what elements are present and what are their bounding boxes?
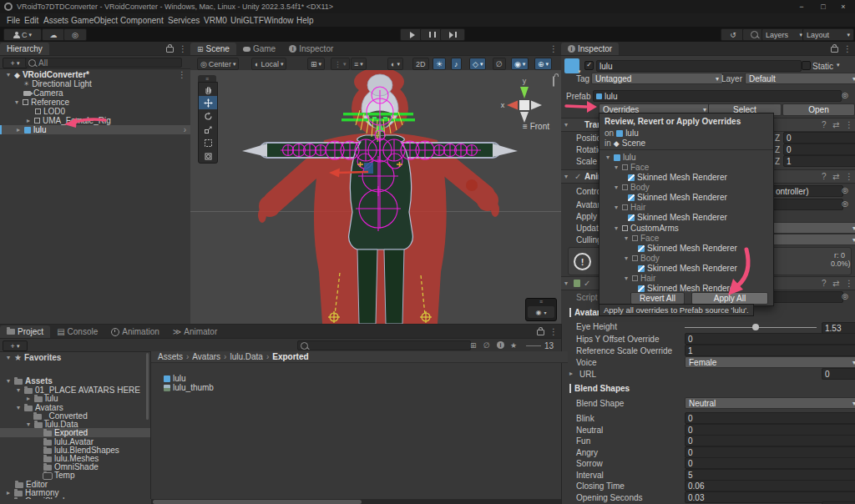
menu-edit[interactable]: Edit — [24, 16, 38, 25]
search-type-icon[interactable]: ⊞ — [470, 341, 477, 350]
menu-vrm0[interactable]: VRM0 — [204, 16, 227, 25]
asset-item-lulu[interactable]: lulu — [164, 374, 331, 383]
pivot-mode-dropdown[interactable]: ◎Center▾ — [197, 58, 239, 70]
chevron-down-icon[interactable]: ▾ — [564, 173, 568, 180]
preset-icon[interactable]: ⇄ — [832, 279, 839, 288]
controller-picker-icon[interactable]: ◎ — [842, 186, 848, 194]
ref-scale-field[interactable]: 1 — [685, 345, 855, 356]
chevron-right-icon[interactable]: ▸ — [5, 489, 12, 496]
chevron-down-icon[interactable]: ▾ — [5, 377, 12, 385]
hierarchy-row-scene[interactable]: ▾ ◆ VRoidConverter* ⋮ — [0, 70, 190, 79]
blink-field[interactable]: 0 — [685, 412, 855, 424]
kebab-menu-icon[interactable]: ⋮ — [179, 44, 187, 53]
prefab-picker-icon[interactable]: ◎ — [842, 91, 848, 99]
layers-dropdown[interactable]: Layers ▾ — [761, 28, 807, 41]
target-button[interactable]: ◎ — [63, 28, 87, 41]
breadcrumb-exported[interactable]: Exported — [272, 352, 308, 361]
neutral-field[interactable]: 0 — [685, 424, 855, 436]
tab-animator[interactable]: ≫Animator — [166, 325, 224, 338]
transform-tool[interactable] — [199, 149, 217, 163]
layout-dropdown[interactable]: Layout ▾ — [802, 28, 854, 41]
tab-console[interactable]: ▤Console — [50, 325, 104, 338]
hidden-count-icon[interactable]: i — [497, 341, 504, 349]
hand-tool[interactable] — [199, 83, 217, 96]
override-row[interactable]: ▾CustomArms — [600, 224, 773, 233]
orientation-dropdown[interactable]: ◐Local▾ — [251, 58, 286, 70]
camera-dropdown[interactable]: ◉▾ — [511, 58, 529, 70]
menu-gameobject[interactable]: GameObject — [71, 16, 118, 25]
menu-assets[interactable]: Assets — [43, 16, 68, 25]
project-tree-row[interactable]: Temp — [0, 471, 150, 480]
hierarchy-row[interactable]: ▸ UMA_Female_Rig — [0, 116, 190, 125]
help-icon[interactable]: ? — [822, 120, 827, 129]
visibility-toggle[interactable]: ∅ — [493, 58, 506, 70]
tab-inspector-docked[interactable]: iInspector — [282, 43, 340, 55]
override-row[interactable]: ▾Hair — [600, 274, 773, 283]
tab-inspector[interactable]: iInspector — [561, 43, 619, 55]
preset-icon[interactable]: ⇄ — [832, 172, 839, 181]
tree-scrollbar[interactable] — [146, 353, 149, 420]
chevron-right-icon[interactable]: ▸ — [25, 117, 32, 124]
hierarchy-row[interactable]: Camera — [0, 88, 190, 98]
menu-services[interactable]: Services — [168, 16, 200, 25]
hierarchy-row[interactable]: ☀ Directional Light — [0, 79, 190, 88]
move-tool-selected[interactable] — [199, 96, 217, 109]
cloud-button[interactable]: ☁ — [42, 28, 65, 41]
tab-game[interactable]: Game — [236, 43, 282, 55]
kebab-menu-icon[interactable]: ⋮ — [845, 172, 853, 181]
kebab-menu-icon[interactable]: ⋮ — [845, 120, 853, 129]
project-tree-row-selected[interactable]: Exported — [0, 428, 150, 437]
avatar-picker-icon[interactable]: ◎ — [842, 199, 848, 208]
favorites-row[interactable]: ▾ ★ Favorites — [0, 353, 150, 362]
project-tree-row[interactable]: ▸ lulu — [0, 394, 150, 403]
static-chevron-icon[interactable]: ▾ — [837, 62, 840, 68]
chevron-right-icon[interactable]: ▸ — [25, 395, 32, 402]
override-row[interactable]: Skinned Mesh Renderer — [600, 264, 773, 273]
override-row[interactable]: Skinned Mesh Renderer — [600, 193, 773, 202]
url-foldout-icon[interactable]: ▸ — [569, 370, 573, 377]
project-search-input[interactable] — [297, 340, 471, 350]
chevron-right-icon[interactable]: ▸ — [5, 497, 12, 499]
scale-tool[interactable] — [199, 123, 217, 136]
fun-field[interactable]: 0 — [685, 435, 855, 446]
menu-file[interactable]: File — [7, 16, 20, 25]
url-value-field[interactable]: 0 — [822, 368, 855, 380]
interval-field[interactable]: 5 — [685, 469, 855, 481]
row-chevron-icon[interactable]: › — [184, 125, 190, 134]
script-picker-icon[interactable]: ◎ — [842, 292, 848, 300]
chevron-down-icon[interactable]: ▾ — [564, 280, 568, 287]
tab-project[interactable]: Project — [0, 325, 50, 338]
override-row[interactable]: Skinned Mesh Renderer — [600, 173, 773, 182]
tag-dropdown[interactable]: Untagged▾ — [591, 73, 723, 84]
account-button[interactable]: C ▾ — [3, 28, 42, 41]
kebab-menu-icon[interactable]: ⋮ — [549, 327, 558, 336]
minimize-button[interactable]: − — [792, 0, 812, 13]
horizontal-scrollbar[interactable] — [151, 499, 561, 504]
prefab-field[interactable]: lulu — [593, 90, 842, 102]
override-row[interactable]: Skinned Mesh Renderer — [600, 213, 773, 222]
eye-height-slider-track[interactable] — [685, 327, 817, 328]
lighting-toggle[interactable]: ☀ — [433, 58, 446, 70]
chevron-down-icon[interactable]: ▾ — [13, 98, 20, 106]
gizmo-lock-icon[interactable] — [553, 77, 554, 86]
breadcrumb-assets[interactable]: Assets — [158, 352, 183, 361]
create-asset-button[interactable]: +▾ — [3, 340, 28, 351]
audio-toggle[interactable]: ♪ — [451, 58, 462, 70]
blend-shape-dropdown[interactable]: Neutral▾ — [685, 397, 855, 409]
shading-mode-dropdown[interactable]: ◐▾ — [387, 58, 403, 70]
rect-tool[interactable] — [199, 136, 217, 149]
override-row[interactable]: ▾Hair — [600, 203, 773, 212]
thumb-size-slider[interactable] — [526, 345, 541, 346]
scene-canvas[interactable]: ≡ y x — [190, 70, 561, 324]
position-z-field[interactable]: 0 — [783, 132, 855, 144]
hierarchy-row-lulu-selected[interactable]: ▸ lulu › — [0, 125, 190, 134]
effects-dropdown[interactable]: ◇▾ — [469, 58, 486, 70]
breadcrumb-luludata[interactable]: lulu.Data — [230, 352, 262, 361]
tab-animation[interactable]: Animation — [104, 325, 165, 338]
kebab-menu-icon[interactable]: ⋮ — [845, 279, 853, 288]
voice-dropdown[interactable]: Female▾ — [685, 356, 855, 368]
chevron-down-icon[interactable]: ▾ — [15, 404, 22, 411]
favorites-star-icon[interactable]: ★ — [510, 341, 517, 350]
tools-overlay-handle[interactable]: ≡ — [198, 75, 216, 82]
override-row[interactable]: ▾Face — [600, 234, 773, 243]
